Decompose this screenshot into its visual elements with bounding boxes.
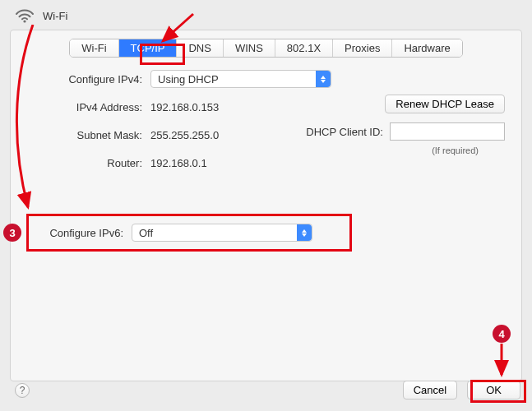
renew-dhcp-lease-button[interactable]: Renew DHCP Lease [385, 95, 505, 113]
footer: Cancel OK [403, 381, 520, 399]
tab-wins[interactable]: WINS [224, 39, 275, 57]
tab-group: Wi-Fi TCP/IP DNS WINS 802.1X Proxies Har… [69, 39, 463, 58]
configure-ipv4-value: Using DHCP [158, 73, 219, 85]
tab-bar: Wi-Fi TCP/IP DNS WINS 802.1X Proxies Har… [11, 30, 521, 69]
header: Wi-Fi [0, 0, 532, 30]
if-required-label: (If required) [432, 145, 479, 155]
svg-point-0 [23, 20, 25, 22]
annotation-step-4: 4 [493, 325, 511, 343]
subnet-mask-label: Subnet Mask: [27, 129, 150, 141]
tab-tcpip[interactable]: TCP/IP [119, 39, 178, 57]
ok-button[interactable]: OK [467, 381, 520, 399]
tab-dns[interactable]: DNS [177, 39, 223, 57]
configure-ipv4-select[interactable]: Using DHCP [150, 70, 331, 88]
dhcp-client-id-label: DHCP Client ID: [306, 126, 383, 138]
ipv4-address-label: IPv4 Address: [27, 101, 150, 113]
tab-hardware[interactable]: Hardware [392, 39, 461, 57]
header-title: Wi-Fi [43, 10, 67, 22]
configure-ipv4-label: Configure IPv4: [27, 73, 150, 85]
router-label: Router: [27, 157, 150, 169]
cancel-button[interactable]: Cancel [403, 381, 457, 399]
configure-ipv6-value: Off [139, 227, 153, 239]
tcpip-content: Configure IPv4: Using DHCP IPv4 Address:… [11, 69, 521, 173]
tab-wifi[interactable]: Wi-Fi [70, 39, 118, 57]
chevron-updown-icon [316, 71, 331, 87]
configure-ipv6-label: Configure IPv6: [29, 227, 132, 239]
annotation-step-3: 3 [3, 224, 21, 242]
tab-proxies[interactable]: Proxies [333, 39, 392, 57]
router-value: 192.168.0.1 [150, 157, 207, 169]
dhcp-client-id-input[interactable] [390, 122, 505, 141]
settings-panel: Wi-Fi TCP/IP DNS WINS 802.1X Proxies Har… [10, 30, 522, 381]
ipv4-address-value: 192.168.0.153 [150, 101, 219, 113]
subnet-mask-value: 255.255.255.0 [150, 129, 219, 141]
wifi-icon [15, 8, 35, 23]
help-button[interactable]: ? [15, 383, 30, 398]
tab-8021x[interactable]: 802.1X [275, 39, 333, 57]
configure-ipv6-select[interactable]: Off [132, 224, 312, 242]
annotation-box-ipv6: Configure IPv6: Off [26, 214, 352, 252]
chevron-updown-icon [297, 224, 312, 241]
